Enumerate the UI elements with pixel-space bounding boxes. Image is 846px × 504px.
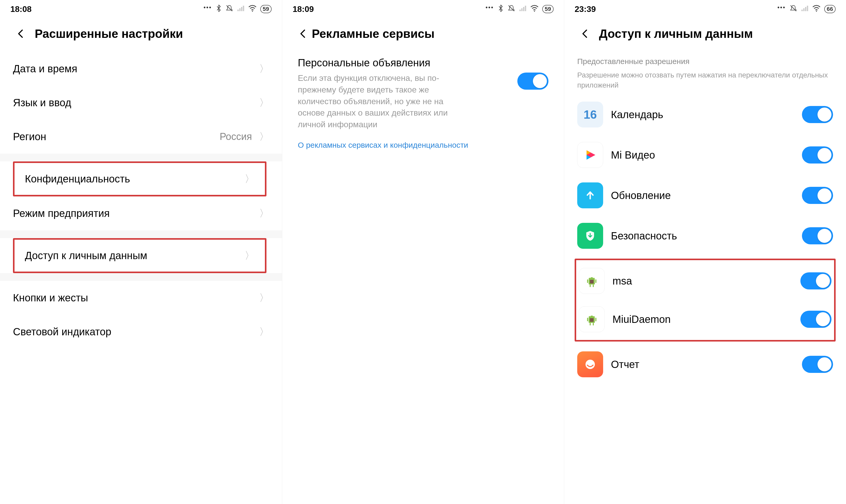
section-divider bbox=[0, 230, 282, 238]
battery-icon: 59 bbox=[260, 5, 272, 13]
status-time: 18:08 bbox=[11, 4, 32, 14]
svg-rect-3 bbox=[241, 7, 242, 11]
row-enterprise[interactable]: Режим предприятия 〉 bbox=[0, 196, 282, 230]
personal-ads-toggle[interactable] bbox=[517, 73, 548, 90]
bluetooth-icon bbox=[498, 4, 504, 14]
wifi-icon bbox=[812, 5, 821, 14]
back-button[interactable] bbox=[577, 26, 593, 41]
chevron-right-icon: 〉 bbox=[245, 249, 254, 262]
more-icon: ••• bbox=[485, 4, 494, 11]
svg-point-5 bbox=[252, 11, 253, 12]
signal-icon bbox=[237, 5, 245, 14]
row-label: Кнопки и жесты bbox=[13, 292, 256, 304]
app-label: msa bbox=[612, 275, 793, 287]
svg-rect-34 bbox=[590, 323, 591, 325]
mi-video-icon bbox=[577, 142, 603, 168]
section-divider bbox=[0, 154, 282, 161]
bluetooth-icon bbox=[216, 4, 222, 14]
app-label: Календарь bbox=[611, 109, 794, 121]
svg-rect-24 bbox=[587, 279, 588, 283]
section-divider bbox=[0, 273, 282, 281]
screen-personal-data-access: 23:39 ••• 66 Доступ к личным данным bbox=[564, 0, 846, 504]
highlight-privacy: Конфиденциальность 〉 bbox=[13, 161, 267, 196]
android-icon bbox=[579, 268, 605, 294]
header: Доступ к личным данным bbox=[564, 18, 846, 52]
row-language[interactable]: Язык и ввод 〉 bbox=[0, 86, 282, 120]
app-label: Обновление bbox=[611, 190, 794, 201]
row-label: Световой индикатор bbox=[13, 326, 256, 338]
wifi-icon bbox=[248, 5, 257, 14]
granted-permissions-title: Предоставленные разрешения bbox=[564, 54, 846, 67]
screen-advanced-settings: 18:08 ••• 59 Р bbox=[0, 0, 282, 504]
security-toggle[interactable] bbox=[802, 227, 833, 244]
svg-rect-25 bbox=[595, 279, 596, 283]
svg-rect-16 bbox=[807, 6, 808, 11]
status-time: 18:09 bbox=[293, 4, 314, 14]
status-bar: 18:09 ••• 59 bbox=[282, 0, 564, 18]
row-label: Конфиденциальность bbox=[25, 173, 241, 185]
row-region[interactable]: Регион Россия 〉 bbox=[0, 120, 282, 154]
svg-rect-36 bbox=[590, 318, 594, 322]
status-bar: 18:08 ••• 59 bbox=[0, 0, 282, 18]
svg-point-37 bbox=[586, 360, 595, 369]
battery-icon: 59 bbox=[542, 5, 554, 13]
back-button[interactable] bbox=[295, 26, 311, 41]
svg-point-11 bbox=[534, 11, 535, 12]
signal-icon bbox=[519, 5, 527, 14]
row-led[interactable]: Световой индикатор 〉 bbox=[0, 315, 282, 349]
svg-point-22 bbox=[590, 277, 591, 278]
msa-toggle[interactable] bbox=[800, 272, 831, 289]
granted-permissions-desc: Разрешение можно отозвать путем нажатия … bbox=[564, 67, 846, 92]
svg-rect-8 bbox=[521, 8, 523, 11]
svg-rect-4 bbox=[243, 6, 244, 11]
miuidaemon-toggle[interactable] bbox=[800, 311, 831, 328]
svg-rect-1 bbox=[237, 10, 239, 11]
mute-icon bbox=[226, 4, 233, 14]
wifi-icon bbox=[530, 5, 539, 14]
status-bar: 23:39 ••• 66 bbox=[564, 0, 846, 18]
highlight-msa-miuidaemon: msa MiuiDaemon bbox=[575, 258, 835, 342]
svg-point-23 bbox=[593, 277, 594, 278]
page-title: Доступ к личным данным bbox=[599, 27, 835, 41]
chevron-right-icon: 〉 bbox=[259, 130, 269, 143]
chevron-right-icon: 〉 bbox=[259, 325, 269, 338]
mivideo-toggle[interactable] bbox=[802, 146, 833, 163]
row-privacy[interactable]: Конфиденциальность 〉 bbox=[15, 163, 265, 195]
page-title: Рекламные сервисы bbox=[312, 27, 554, 41]
svg-point-17 bbox=[816, 11, 817, 12]
screen-ad-services: 18:09 ••• 59 Р bbox=[282, 0, 564, 504]
app-label: Безопасность bbox=[611, 230, 794, 242]
chevron-right-icon: 〉 bbox=[259, 291, 269, 305]
row-buttons-gestures[interactable]: Кнопки и жесты 〉 bbox=[0, 281, 282, 315]
app-label: Отчет bbox=[611, 359, 794, 370]
update-toggle[interactable] bbox=[802, 187, 833, 204]
security-icon bbox=[577, 223, 603, 249]
svg-rect-2 bbox=[239, 8, 240, 11]
chevron-right-icon: 〉 bbox=[259, 96, 269, 109]
chevron-right-icon: 〉 bbox=[259, 62, 269, 75]
mute-icon bbox=[790, 4, 797, 14]
battery-icon: 66 bbox=[824, 5, 835, 13]
android-icon bbox=[579, 306, 605, 332]
app-label: MiuiDaemon bbox=[612, 313, 793, 325]
mute-icon bbox=[507, 4, 515, 14]
row-datetime[interactable]: Дата и время 〉 bbox=[0, 52, 282, 86]
app-row-mivideo: Mi Видео bbox=[564, 135, 846, 175]
header: Расширенные настройки bbox=[0, 18, 282, 52]
signal-icon bbox=[801, 5, 809, 14]
svg-rect-10 bbox=[525, 6, 526, 11]
calendar-toggle[interactable] bbox=[802, 106, 833, 123]
app-row-security: Безопасность bbox=[564, 216, 846, 256]
report-toggle[interactable] bbox=[802, 356, 833, 373]
row-personal-data[interactable]: Доступ к личным данным 〉 bbox=[15, 240, 265, 272]
svg-rect-35 bbox=[593, 323, 594, 325]
report-icon bbox=[577, 352, 603, 377]
row-label: Язык и ввод bbox=[13, 97, 256, 109]
svg-rect-33 bbox=[595, 318, 596, 321]
back-button[interactable] bbox=[13, 26, 29, 41]
svg-rect-27 bbox=[593, 285, 594, 287]
row-value: Россия bbox=[219, 131, 252, 142]
chevron-right-icon: 〉 bbox=[245, 172, 254, 185]
status-right: ••• 59 bbox=[203, 4, 272, 14]
about-ad-services-link[interactable]: О рекламных сервисах и конфиденциальност… bbox=[282, 130, 564, 160]
